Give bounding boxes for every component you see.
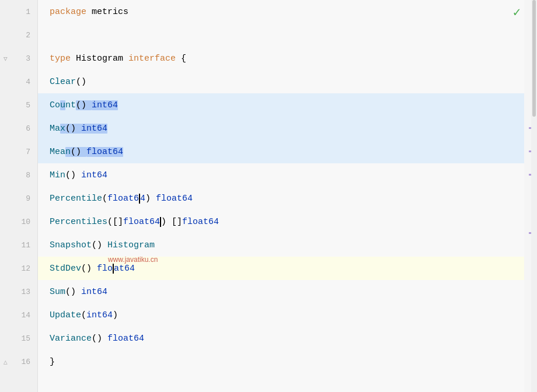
token: ( <box>81 310 86 320</box>
line-number-10: 10 <box>0 210 37 233</box>
token: metrics <box>86 7 128 17</box>
token: int64 <box>81 124 107 134</box>
token: Clear <box>50 77 76 87</box>
token: Variance <box>50 334 92 344</box>
line-number-16: △16 <box>0 350 37 373</box>
code-line-7[interactable]: Mean() float64 <box>38 140 524 163</box>
line-number-5: 5 <box>0 93 37 117</box>
checkmark-icon: ✓ <box>513 5 521 20</box>
code-line-5[interactable]: Count() int64 <box>38 93 524 117</box>
token: Histogram <box>71 54 128 64</box>
token: int64 <box>86 310 113 320</box>
token: } <box>50 357 55 367</box>
token <box>151 194 156 204</box>
token: ([] <box>107 217 123 227</box>
token: () <box>65 287 76 297</box>
token: type <box>50 54 71 64</box>
code-line-16[interactable]: } <box>38 350 524 373</box>
token: () <box>71 147 86 157</box>
code-line-4[interactable]: Clear() <box>38 70 524 93</box>
code-line-15[interactable]: Variance() float64 <box>38 327 524 350</box>
token: Snapshot <box>50 240 92 250</box>
scrollbar[interactable] <box>531 0 537 392</box>
code-line-8[interactable]: Min() int64 <box>38 163 524 187</box>
line-number-3: ▽3 <box>0 47 37 70</box>
token: int64 <box>92 100 118 110</box>
code-line-10[interactable]: Percentiles([]float64) []float64 <box>38 210 524 233</box>
token: interface <box>128 54 176 64</box>
code-line-1[interactable]: package metrics <box>38 0 524 23</box>
token <box>76 170 81 180</box>
token: () <box>92 240 107 250</box>
editor: 12▽3456789101112131415△16 package metric… <box>0 0 537 392</box>
token: float64 <box>123 217 160 227</box>
token: ( <box>102 194 107 204</box>
code-line-3[interactable]: type Histogram interface { <box>38 47 524 70</box>
code-line-13[interactable]: Sum() int64 <box>38 280 524 303</box>
code-line-6[interactable]: Max() int64 <box>38 117 524 140</box>
token: Sum <box>50 287 65 297</box>
line-gutter: 12▽3456789101112131415△16 <box>0 0 38 392</box>
token: Min <box>50 170 65 180</box>
line-number-7: 7 <box>0 140 37 163</box>
token: ) [] <box>160 217 182 227</box>
code-line-12[interactable]: StdDev() float64 <box>38 257 524 280</box>
code-line-9[interactable]: Percentile(float64) float64 <box>38 187 524 210</box>
code-line-2[interactable] <box>38 23 524 47</box>
line-number-6: 6 <box>0 117 37 140</box>
token: Histogram <box>107 240 155 250</box>
token: () <box>81 264 97 274</box>
line-number-2: 2 <box>0 23 37 47</box>
minimap <box>524 0 531 392</box>
token: float64 <box>182 217 219 227</box>
token: float64 <box>86 147 123 157</box>
token: StdDev <box>50 264 81 274</box>
code-area[interactable]: package metrics type Histogram interface… <box>38 0 524 392</box>
line-number-4: 4 <box>0 70 37 93</box>
token: Percentiles <box>50 217 107 227</box>
token: Percentile <box>50 194 102 204</box>
token: Mean <box>50 147 71 157</box>
token: () <box>76 77 86 87</box>
token: () <box>92 334 102 344</box>
line-number-9: 9 <box>0 187 37 210</box>
token <box>76 287 81 297</box>
line-number-8: 8 <box>0 163 37 187</box>
scroll-thumb[interactable] <box>532 0 536 117</box>
token: ) <box>145 194 151 204</box>
token: int64 <box>81 287 107 297</box>
token: float64 <box>156 194 193 204</box>
line-number-11: 11 <box>0 233 37 257</box>
token: () <box>76 100 92 110</box>
fold-icon-3[interactable]: ▽ <box>4 55 8 62</box>
token: float64 <box>107 334 144 344</box>
code-line-14[interactable]: Update(int64) <box>38 303 524 327</box>
token: () <box>65 124 81 134</box>
line-number-12: 12 <box>0 257 37 280</box>
token: float64 <box>97 264 135 274</box>
line-number-1: 1 <box>0 0 37 23</box>
line-number-13: 13 <box>0 280 37 303</box>
fold-icon-16[interactable]: △ <box>4 358 8 366</box>
token: ) <box>113 310 118 320</box>
token: int64 <box>81 170 107 180</box>
code-line-11[interactable]: Snapshot() Histogram <box>38 233 524 257</box>
token: Count <box>50 100 76 110</box>
token: float64 <box>107 194 145 204</box>
token: { <box>176 54 186 64</box>
line-number-14: 14 <box>0 303 37 327</box>
token: () <box>65 170 76 180</box>
token: Update <box>50 310 81 320</box>
token: package <box>50 7 86 17</box>
token <box>102 334 107 344</box>
token: Max <box>50 124 65 134</box>
line-number-15: 15 <box>0 327 37 350</box>
